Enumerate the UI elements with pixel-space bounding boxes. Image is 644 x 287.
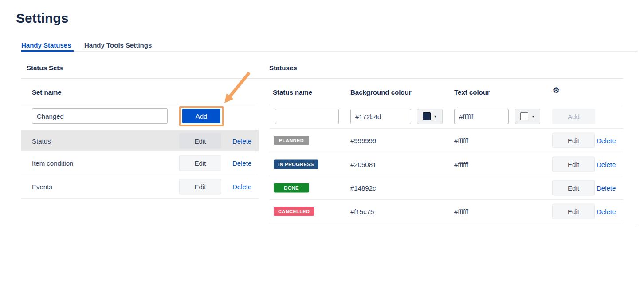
set-name: Events	[32, 183, 52, 191]
status-sets-header-divider	[21, 104, 259, 104]
annotation-arrow-icon	[218, 71, 258, 111]
delete-set-link[interactable]: Delete	[232, 137, 251, 144]
settings-page: Settings Handy Statuses Handy Tools Sett…	[0, 0, 644, 287]
status-row-done: DONE #14892c Edit Delete	[269, 176, 623, 200]
set-row-item-condition[interactable]: Item condition Edit Delete	[21, 151, 259, 175]
background-colour-value: #999999	[350, 137, 376, 144]
text-colour-value: #ffffff	[454, 208, 468, 215]
background-colour-value: #f15c75	[350, 208, 374, 215]
edit-set-button[interactable]: Edit	[179, 179, 221, 195]
delete-set-link[interactable]: Delete	[232, 159, 251, 167]
statuses-title: Statuses	[269, 64, 297, 72]
set-row-status[interactable]: Status Edit Delete	[21, 130, 259, 151]
add-set-button[interactable]: Add	[182, 109, 220, 123]
edit-set-button[interactable]: Edit	[179, 155, 221, 171]
status-badge: IN PROGRESS	[274, 159, 318, 169]
text-colour-swatch	[520, 112, 528, 120]
chevron-down-icon: ▼	[531, 115, 535, 119]
bg-colour-dropdown[interactable]: ▼	[417, 109, 443, 124]
delete-status-link[interactable]: Delete	[597, 184, 616, 192]
new-status-bg-colour-input[interactable]	[350, 109, 411, 124]
edit-status-button[interactable]: Edit	[552, 180, 595, 196]
bg-colour-swatch	[423, 112, 431, 120]
set-name: Status	[32, 137, 51, 144]
status-row-cancelled: CANCELLED #f15c75 #ffffff Edit Delete	[269, 200, 623, 223]
set-row-events[interactable]: Events Edit Delete	[21, 175, 259, 199]
status-badge: CANCELLED	[274, 207, 314, 216]
background-colour-column-header: Background colour	[350, 88, 412, 96]
delete-status-link[interactable]: Delete	[597, 137, 616, 144]
status-sets-title: Status Sets	[27, 64, 63, 72]
active-tab-underline	[21, 50, 74, 52]
edit-status-button[interactable]: Edit	[552, 204, 595, 219]
page-title: Settings	[16, 11, 68, 26]
set-name-column-header: Set name	[32, 88, 62, 96]
tab-handy-tools-settings[interactable]: Handy Tools Settings	[84, 41, 152, 49]
background-colour-value: #14892c	[350, 184, 376, 192]
status-name-column-header: Status name	[273, 88, 312, 96]
edit-set-button[interactable]: Edit	[179, 133, 221, 148]
status-row-planned: PLANNED #999999 #ffffff Edit Delete	[269, 129, 623, 152]
tabbar-divider	[21, 51, 638, 52]
text-colour-dropdown[interactable]: ▼	[515, 109, 540, 124]
status-badge: PLANNED	[274, 136, 309, 145]
delete-status-link[interactable]: Delete	[597, 208, 616, 215]
delete-set-link[interactable]: Delete	[232, 183, 251, 191]
page-bottom-divider	[21, 227, 638, 227]
edit-status-button[interactable]: Edit	[552, 156, 595, 172]
background-colour-value: #205081	[350, 160, 376, 168]
new-set-name-input[interactable]	[32, 108, 168, 124]
delete-status-link[interactable]: Delete	[597, 160, 616, 168]
text-colour-value: #ffffff	[454, 160, 468, 168]
statuses-header-divider	[269, 105, 623, 105]
gear-icon[interactable]: ⚙	[553, 87, 559, 94]
status-badge: DONE	[274, 183, 309, 193]
new-status-name-input[interactable]	[275, 109, 339, 124]
new-status-text-colour-input[interactable]	[454, 109, 509, 124]
section-header-divider	[21, 78, 623, 79]
chevron-down-icon: ▼	[434, 115, 437, 119]
tab-handy-statuses[interactable]: Handy Statuses	[21, 41, 71, 49]
add-status-button[interactable]: Add	[552, 109, 595, 124]
text-colour-column-header: Text colour	[454, 88, 490, 96]
text-colour-value: #ffffff	[454, 137, 468, 144]
status-row-in-progress: IN PROGRESS #205081 #ffffff Edit Delete	[269, 152, 623, 176]
set-name: Item condition	[32, 159, 73, 167]
edit-status-button[interactable]: Edit	[552, 133, 595, 148]
